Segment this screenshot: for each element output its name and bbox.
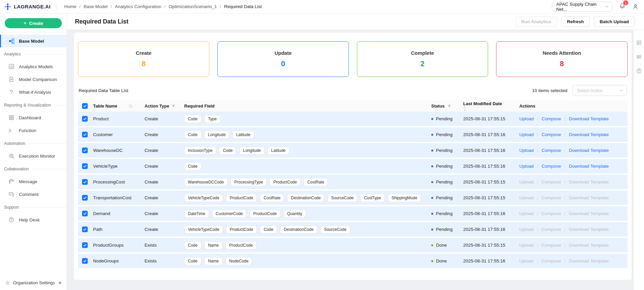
compose-link[interactable]: Compose (541, 132, 561, 137)
row-checkbox[interactable] (82, 132, 88, 137)
run-analytics-button: Run Analytics (515, 16, 557, 27)
column-header-action-type: Action Type (143, 103, 182, 109)
sidebar-item-help-desk[interactable]: Help Desk (0, 213, 67, 226)
row-checkbox[interactable] (82, 242, 88, 248)
download-template-link[interactable]: Download Template (569, 116, 609, 121)
row-checkbox[interactable] (82, 258, 88, 264)
column-header-actions: Actions (519, 103, 628, 109)
field-tag: WarehouseDCCode (184, 178, 228, 186)
logo-text: LAGRANGE.AI (14, 4, 50, 9)
table-name-value: VehicleType (93, 164, 118, 169)
filter-icon[interactable] (171, 104, 175, 108)
action-type-cell: Create (143, 211, 182, 216)
breadcrumb-item[interactable]: Base Model (84, 4, 108, 9)
field-tag: Longitude (239, 147, 265, 155)
required-data-card: Create8Update0Complete2Needs Attention8 … (74, 33, 632, 280)
row-checkbox[interactable] (82, 148, 88, 153)
sidebar-item-label: Analytics Models (19, 64, 53, 69)
row-checkbox-cell (78, 211, 91, 216)
action-separator: | (564, 116, 566, 121)
upload-link[interactable]: Upload (519, 148, 534, 153)
upload-link[interactable]: Upload (519, 164, 534, 169)
action-type-cell: Create (143, 164, 182, 169)
survey-icon[interactable] (636, 40, 642, 45)
sidebar-item-base-model[interactable]: Base Model (0, 35, 67, 47)
upload-link: Upload (519, 211, 534, 216)
field-tag: Type (204, 115, 220, 123)
sidebar-item-label: Function (19, 128, 36, 133)
summary-card-value: 8 (560, 59, 564, 68)
action-type-value: Create (145, 227, 158, 232)
sidebar-item-dashboard[interactable]: Dashboard (0, 111, 67, 124)
sidebar-item-function[interactable]: fxFunction (0, 124, 67, 137)
batch-upload-button[interactable]: Batch Upload (594, 16, 635, 27)
row-checkbox[interactable] (82, 163, 88, 169)
sidebar-item-model-comparison[interactable]: Model Comparison (0, 73, 67, 86)
workspace-selector[interactable]: APAC Supply Chain Net... (552, 2, 612, 12)
table-body: ProductCreateCodeTypePending2025-08-31 1… (78, 112, 628, 270)
create-button[interactable]: + Create (5, 18, 62, 28)
organization-settings[interactable]: Organization Settings « (0, 275, 67, 290)
row-checkbox[interactable] (82, 211, 88, 216)
breadcrumb-item[interactable]: Home (64, 4, 76, 9)
row-checkbox[interactable] (82, 179, 88, 185)
required-data-table: Table NameAction TypeRequired FieldStatu… (78, 100, 628, 270)
sidebar-item-analytics-models[interactable]: Analytics Models (0, 60, 67, 73)
bulk-action-placeholder: Select Action (577, 88, 603, 93)
logo-icon (4, 3, 11, 10)
search-icon[interactable] (128, 104, 133, 108)
sidebar-item-comment[interactable]: Comment (0, 188, 67, 201)
row-checkbox-cell (78, 148, 91, 153)
required-fields-cell: VehicleTypeCodeProductCodeCodeDestinatio… (182, 225, 431, 234)
action-type-value: Create (145, 211, 158, 216)
table-row: ProductGroupsExistsCodeNameProductCodeDo… (78, 238, 628, 254)
compose-link[interactable]: Compose (541, 164, 561, 169)
svg-text:fx: fx (9, 128, 12, 133)
table-row: TransportationCostCreateVehicleTypeCodeP… (78, 191, 628, 206)
row-checkbox[interactable] (82, 226, 88, 232)
sidebar-item-what-if-analysis[interactable]: What-if Analysis (0, 86, 67, 98)
action-separator: | (564, 164, 566, 169)
field-tag: CostRate (304, 178, 328, 186)
field-tag: ProcessingType (231, 178, 267, 186)
help-circle-icon[interactable] (636, 68, 642, 74)
row-checkbox[interactable] (82, 116, 88, 122)
column-header-label: Action Type (145, 103, 169, 109)
row-checkbox[interactable] (82, 195, 88, 201)
sidebar-section-title: Support (0, 201, 67, 213)
title-buttons: Run AnalyticsRefreshBatch Upload (515, 16, 635, 27)
compose-link[interactable]: Compose (541, 148, 561, 153)
bulk-action-select[interactable]: Select Action (572, 85, 627, 96)
status-value: Pending (436, 164, 453, 169)
notifications-button[interactable]: 1 (619, 3, 626, 10)
filter-icon[interactable] (447, 104, 451, 108)
action-type-cell: Create (143, 195, 182, 200)
download-template-link[interactable]: Download Template (569, 148, 609, 153)
download-template-link[interactable]: Download Template (569, 132, 609, 137)
sorter-icon[interactable] (463, 106, 519, 111)
compose-link[interactable]: Compose (541, 116, 561, 121)
table-name-cell: WarehouseDC (91, 148, 143, 153)
upload-link[interactable]: Upload (519, 116, 534, 121)
select-all-checkbox[interactable] (82, 103, 88, 109)
user-avatar[interactable] (632, 3, 639, 10)
app-logo[interactable]: LAGRANGE.AI (0, 3, 54, 10)
toolbar-right: 10 items selected Select Action (532, 85, 627, 96)
sidebar-section-label: Collaboration (4, 167, 29, 171)
collapse-sidebar-icon[interactable]: « (58, 280, 62, 286)
breadcrumb-item[interactable]: OptimizationScenario_1 (169, 4, 217, 9)
refresh-button[interactable]: Refresh (561, 16, 590, 27)
required-fields-cell: CodeNameNodeCode (182, 257, 431, 265)
status-cell: Done (431, 243, 463, 248)
upload-link[interactable]: Upload (519, 132, 534, 137)
question-icon (8, 89, 14, 95)
column-header-label: Status (431, 103, 445, 109)
row-checkbox-cell (78, 258, 91, 264)
breadcrumb-item[interactable]: Analytics Configuration (115, 4, 161, 9)
sidebar-item-execution-monitor[interactable]: Execution Monitor (0, 150, 67, 162)
table-name-cell: NodeGroups (91, 258, 143, 263)
sidebar-item-label: Message (19, 179, 37, 184)
chat-bubble-icon[interactable] (636, 54, 642, 59)
download-template-link[interactable]: Download Template (569, 164, 609, 169)
sidebar-item-message[interactable]: Message (0, 175, 67, 188)
